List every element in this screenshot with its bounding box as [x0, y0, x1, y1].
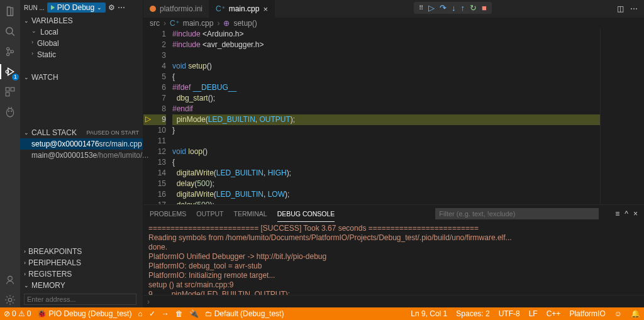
accounts-icon[interactable]: [3, 272, 18, 287]
status-lncol[interactable]: Ln 9, Col 1: [411, 309, 447, 318]
svg-rect-7: [11, 87, 14, 91]
chevron-right-icon: ›: [24, 248, 26, 255]
svg-point-3: [7, 53, 9, 55]
section-watch[interactable]: ⌄WATCH: [20, 72, 143, 83]
section-peripherals[interactable]: ›PERIPHERALS: [20, 257, 143, 268]
chevron-right-icon: ›: [24, 260, 26, 266]
pio-upload-icon[interactable]: →: [162, 309, 169, 318]
var-scope-local[interactable]: ⌄Local: [31, 26, 143, 38]
debug-console-output[interactable]: ========================= [SUCCESS] Took…: [143, 223, 644, 295]
chevron-down-icon: ⌄: [24, 74, 29, 80]
warning-icon: ⚠: [18, 309, 25, 318]
tab-terminal[interactable]: TERMINAL: [234, 206, 267, 221]
tab-maincpp[interactable]: C⁺main.cpp×: [209, 0, 275, 18]
bottom-panel: PROBLEMS OUTPUT TERMINAL DEBUG CONSOLE ≡…: [143, 204, 644, 307]
panel-tabs: PROBLEMS OUTPUT TERMINAL DEBUG CONSOLE ≡…: [143, 205, 644, 223]
step-over-button[interactable]: ↷: [440, 3, 447, 13]
status-lang[interactable]: C++: [547, 309, 561, 318]
tab-platformio[interactable]: platformio.ini: [143, 0, 209, 18]
pio-serial-icon[interactable]: 🔌: [189, 309, 199, 318]
status-eol[interactable]: LF: [529, 309, 538, 318]
status-encoding[interactable]: UTF-8: [499, 309, 520, 318]
var-scope-static[interactable]: ›Static: [31, 49, 143, 60]
section-breakpoints[interactable]: ›BREAKPOINTS: [20, 246, 143, 257]
platformio-icon[interactable]: [3, 104, 18, 119]
debug-icon[interactable]: 1: [3, 64, 18, 79]
tab-bar: platformio.ini C⁺main.cpp× ⠿ ▷ ↷ ↓ ↑ ↻ ■…: [143, 0, 644, 18]
pio-clean-icon[interactable]: 🗑: [175, 309, 183, 318]
debug-toolbar: ⠿ ▷ ↷ ↓ ↑ ↻ ■: [414, 2, 492, 14]
gear-icon[interactable]: ⚙: [108, 3, 115, 12]
tab-problems[interactable]: PROBLEMS: [150, 206, 186, 221]
memory-address-input[interactable]: [24, 294, 136, 305]
status-errors[interactable]: ⊘0⚠0: [4, 309, 31, 318]
close-icon[interactable]: ×: [633, 209, 638, 218]
svg-rect-6: [6, 87, 9, 91]
tab-debugconsole[interactable]: DEBUG CONSOLE: [277, 206, 335, 222]
pio-home-icon[interactable]: ⌂: [138, 309, 142, 318]
section-registers[interactable]: ›REGISTERS: [20, 268, 143, 280]
scm-icon[interactable]: [3, 44, 18, 59]
editor-zone: platformio.ini C⁺main.cpp× ⠿ ▷ ↷ ↓ ↑ ↻ ■…: [143, 0, 644, 307]
explorer-icon[interactable]: [3, 4, 18, 19]
svg-point-2: [7, 47, 9, 50]
minimap[interactable]: [600, 29, 644, 204]
svg-point-0: [6, 28, 13, 34]
feedback-icon[interactable]: ☺: [614, 309, 622, 318]
section-memory[interactable]: ⌄MEMORY: [20, 280, 143, 291]
cpp-file-icon: C⁺: [170, 19, 179, 28]
tab-output[interactable]: OUTPUT: [196, 206, 223, 221]
svg-point-15: [8, 298, 12, 302]
pio-build-icon[interactable]: ✓: [149, 309, 155, 318]
close-icon[interactable]: ×: [263, 4, 268, 14]
status-pio[interactable]: PlatformIO: [569, 309, 605, 318]
cpp-file-icon: C⁺: [216, 4, 225, 13]
pio-file-icon: [150, 6, 156, 12]
var-scope-global[interactable]: ›Global: [31, 38, 143, 49]
chevron-right-icon: ›: [24, 271, 26, 277]
svg-rect-8: [6, 92, 9, 96]
svg-point-11: [11, 111, 12, 112]
svg-line-1: [12, 33, 14, 36]
grip-icon[interactable]: ⠿: [419, 4, 423, 11]
debug-repl-input[interactable]: ›: [143, 295, 644, 307]
current-line-marker: ▷: [143, 114, 152, 123]
section-variables[interactable]: ⌄VARIABLES: [20, 15, 143, 26]
editor-body[interactable]: ▷ 123456789101112131415161718 #include <…: [143, 29, 644, 204]
panel-expand-icon[interactable]: ^: [625, 209, 628, 218]
status-debug-config[interactable]: 🐞PIO Debug (Debug_test): [37, 309, 131, 318]
step-out-button[interactable]: ↑: [461, 3, 465, 13]
stop-button[interactable]: ■: [482, 3, 487, 13]
callstack-row[interactable]: main@0x0000153e/home/lumito/...: [20, 150, 143, 161]
search-icon[interactable]: [3, 24, 18, 39]
breadcrumb[interactable]: src› C⁺main.cpp› ⊕setup(): [143, 18, 644, 29]
restart-button[interactable]: ↻: [470, 3, 477, 13]
activity-bar: 1: [0, 0, 20, 307]
svg-point-10: [8, 111, 9, 112]
svg-point-14: [8, 276, 13, 280]
callstack-row[interactable]: setup@0x00001476src/main.cpp: [20, 138, 143, 150]
section-callstack[interactable]: ⌄CALL STACKPAUSED ON START: [20, 127, 143, 138]
function-icon: ⊕: [223, 19, 230, 28]
step-into-button[interactable]: ↓: [452, 3, 456, 13]
settings-icon[interactable]: [3, 292, 18, 307]
chevron-right-icon: ›: [31, 50, 33, 59]
chevron-down-icon: ⌄: [24, 18, 29, 24]
chevron-down-icon: ⌄: [24, 282, 29, 289]
extensions-icon[interactable]: [3, 84, 18, 99]
code-area[interactable]: #include <Arduino.h>#include <avr_debugg…: [172, 29, 600, 204]
bell-icon[interactable]: 🔔: [631, 309, 640, 318]
status-indent[interactable]: Spaces: 2: [456, 309, 489, 318]
filter-settings-icon[interactable]: ≡: [615, 209, 619, 218]
pio-env[interactable]: 🗀Default (Debug_test): [205, 309, 284, 318]
chevron-down-icon: ⌄: [31, 28, 36, 36]
continue-button[interactable]: ▷: [428, 3, 435, 13]
start-debug-button[interactable]: PIO Debug⌄: [47, 3, 106, 13]
play-icon: [51, 5, 55, 10]
panel-filter-input[interactable]: [435, 208, 599, 219]
debug-sidebar: RUN ... PIO Debug⌄ ⚙ ⋯ ⌄VARIABLES ⌄Local…: [20, 0, 143, 307]
more-icon[interactable]: ⋯: [630, 4, 638, 13]
folder-icon: 🗀: [205, 309, 213, 318]
more-icon[interactable]: ⋯: [118, 3, 125, 12]
split-editor-icon[interactable]: ◫: [617, 4, 624, 13]
